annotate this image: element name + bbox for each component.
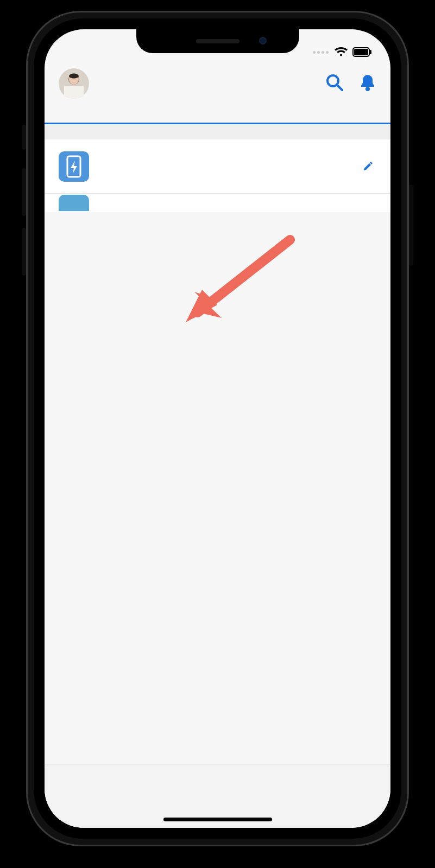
- list-item-partial[interactable]: [45, 194, 390, 212]
- cellular-dots-icon: [313, 51, 329, 54]
- app-header: [45, 60, 390, 107]
- phone-power-button: [409, 184, 413, 266]
- svg-rect-6: [64, 86, 84, 99]
- svg-line-8: [337, 85, 342, 90]
- svg-rect-2: [370, 50, 371, 54]
- search-icon[interactable]: [325, 73, 344, 94]
- phone-volume-down: [22, 228, 26, 276]
- phone-frame: [26, 11, 409, 846]
- svg-point-9: [365, 87, 370, 91]
- phone-notch: [136, 29, 299, 53]
- phone-volume-up: [22, 168, 26, 216]
- section-gap: [45, 124, 390, 139]
- svg-rect-1: [354, 49, 368, 55]
- page-title-row: [45, 107, 390, 123]
- section-header-sales[interactable]: [45, 139, 390, 194]
- wifi-icon: [334, 47, 348, 58]
- avatar[interactable]: [59, 68, 89, 99]
- home-indicator: [163, 818, 272, 821]
- pencil-icon: [362, 161, 373, 172]
- phone-silent-switch: [22, 125, 26, 150]
- phone-bolt-icon: [66, 155, 82, 178]
- bell-icon[interactable]: [359, 73, 376, 94]
- battery-icon: [352, 47, 372, 57]
- edit-button[interactable]: [362, 161, 377, 172]
- screen: [45, 29, 390, 828]
